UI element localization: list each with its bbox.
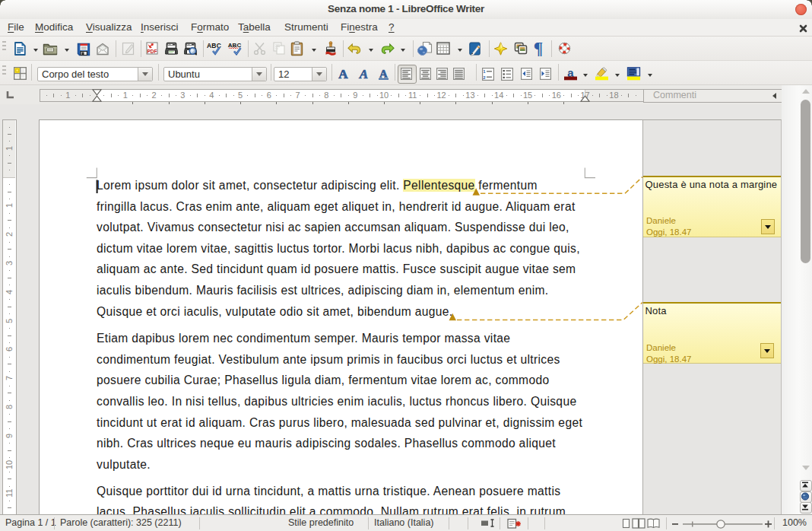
svg-text:¶: ¶ bbox=[534, 40, 543, 56]
svg-text:A: A bbox=[338, 68, 348, 81]
svg-text:A: A bbox=[379, 68, 388, 80]
svg-text:A: A bbox=[359, 68, 368, 81]
svg-text:PDF: PDF bbox=[147, 49, 157, 54]
